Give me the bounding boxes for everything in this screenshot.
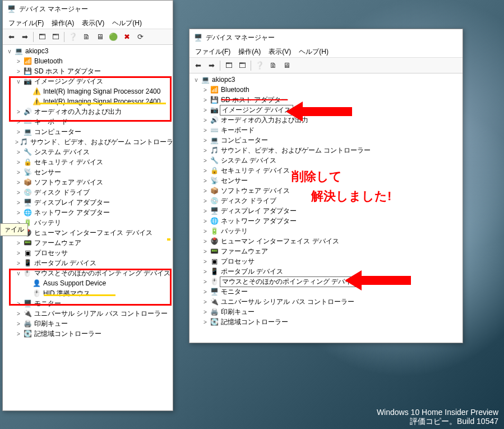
refresh-icon[interactable]: ⟳ (134, 31, 146, 43)
expand-icon[interactable]: > (202, 248, 209, 255)
expand-icon[interactable]: > (15, 260, 22, 266)
tree-item[interactable]: >🔋バッテリ (5, 218, 170, 228)
menu-view[interactable]: 表示(V) (78, 17, 108, 29)
tree-root[interactable]: v💻akiopc3 (192, 75, 460, 85)
menu-help[interactable]: ヘルプ(H) (295, 46, 332, 58)
expand-icon[interactable]: > (15, 240, 22, 246)
tree-item[interactable]: >📟ファームウェア (5, 238, 170, 248)
expand-icon[interactable]: > (15, 139, 19, 145)
enable-icon[interactable]: 🟢 (107, 31, 119, 43)
back-button[interactable]: ⬅ (192, 59, 204, 72)
tree-item[interactable]: 👤Asus Support Device (5, 278, 170, 288)
tree-item[interactable]: >🖲️ヒューマン インターフェイス デバイス (192, 236, 460, 246)
tree-item[interactable]: >📟ファームウェア (192, 246, 460, 256)
expand-icon[interactable]: > (202, 269, 209, 275)
uninstall-icon[interactable]: ✖ (121, 31, 133, 43)
expand-icon[interactable]: > (202, 168, 209, 174)
view-list-icon[interactable]: 🗔 (49, 31, 62, 43)
scan-icon[interactable]: 🖥 (280, 59, 293, 72)
expand-icon[interactable]: > (202, 107, 209, 113)
tree-item[interactable]: >🖨️印刷キュー (5, 319, 170, 329)
expand-icon[interactable]: > (202, 228, 209, 234)
expand-icon[interactable]: > (202, 319, 209, 325)
expand-icon[interactable]: > (15, 321, 22, 327)
expand-icon[interactable]: > (15, 179, 22, 186)
expand-icon[interactable]: > (15, 119, 22, 125)
forward-button[interactable]: ➡ (19, 31, 31, 43)
tree-item[interactable]: >📡センサー (5, 167, 170, 177)
expand-icon[interactable]: > (15, 301, 22, 307)
expand-icon[interactable]: > (15, 210, 22, 216)
tree-item[interactable]: >📱ポータブル デバイス (5, 258, 170, 268)
forward-button[interactable]: ➡ (205, 59, 218, 72)
tree-item[interactable]: >💽記憶域コントローラー (5, 329, 170, 339)
tree-item[interactable]: >🖨️印刷キュー (192, 307, 460, 317)
tree-item[interactable]: >📱ポータブル デバイス (192, 266, 460, 276)
expand-icon[interactable]: > (202, 178, 209, 184)
expand-icon[interactable]: > (202, 127, 209, 133)
expand-icon[interactable]: > (15, 169, 22, 176)
tree-item[interactable]: >🔒セキュリティ デバイス (5, 157, 170, 167)
back-button[interactable]: ⬅ (5, 31, 17, 43)
expand-icon[interactable]: > (15, 311, 22, 317)
properties-icon[interactable]: 🗎 (80, 31, 93, 43)
expand-icon[interactable]: > (202, 238, 209, 245)
expand-icon[interactable]: > (202, 97, 209, 103)
tree-item[interactable]: 🖱️HID 準拠マウス (5, 288, 170, 298)
tree-item[interactable]: >💻コンピューター (5, 127, 170, 137)
tree-item[interactable]: ⚠️Intel(R) Imaging Signal Processor 2400 (5, 96, 170, 107)
expand-icon[interactable]: > (15, 190, 22, 196)
tree-item[interactable]: >🔌ユニバーサル シリアル バス コントローラー (5, 308, 170, 319)
tree-item[interactable]: >⌨️キーボード (192, 125, 460, 135)
expand-icon[interactable]: > (202, 279, 209, 285)
tree-item[interactable]: >🖥️モニター (192, 287, 460, 297)
expand-icon[interactable]: > (202, 309, 209, 315)
tree-item[interactable]: >⌨️キーボード (5, 117, 170, 127)
help-icon[interactable]: ❔ (67, 31, 79, 43)
tree-item[interactable]: >🔊オーディオの入力および出力 (5, 107, 170, 117)
expand-icon[interactable]: > (15, 200, 22, 206)
tree-item[interactable]: >▣プロセッサ (5, 248, 170, 258)
tree-item[interactable]: >🌐ネットワーク アダプター (192, 216, 460, 226)
expand-icon[interactable]: > (15, 331, 22, 337)
expand-icon[interactable]: > (202, 137, 209, 144)
tree-item[interactable]: >🖥️ディスプレイ アダプター (192, 206, 460, 216)
expand-icon[interactable]: > (202, 117, 209, 123)
tree-item[interactable]: >💻コンピューター (192, 135, 460, 145)
tree-item[interactable]: >📶Bluetooth (192, 85, 460, 95)
expand-icon[interactable]: > (15, 68, 22, 75)
device-tree[interactable]: v💻akiopc3 >📶Bluetooth>💾SD ホスト アダプターv📷イメー… (3, 45, 173, 410)
expand-icon[interactable]: v (15, 270, 22, 276)
tree-item[interactable]: >💿ディスク ドライブ (5, 187, 170, 197)
tree-item[interactable]: v📷イメージング デバイス (5, 76, 170, 86)
titlebar[interactable]: 🖥️ デバイス マネージャー (3, 1, 173, 17)
tree-item[interactable]: >▣プロセッサ (192, 256, 460, 266)
expand-icon[interactable]: > (202, 188, 209, 194)
expand-icon[interactable]: > (202, 208, 209, 214)
view-detail-icon[interactable]: 🗔 (36, 31, 48, 43)
menu-action[interactable]: 操作(A) (235, 46, 264, 58)
tree-item[interactable]: >💽記憶域コントローラー (192, 317, 460, 327)
menu-view[interactable]: 表示(V) (265, 46, 294, 58)
tree-item[interactable]: >🔧システム デバイス (192, 155, 460, 165)
expand-icon[interactable]: > (15, 250, 22, 256)
expand-icon[interactable]: > (202, 218, 209, 224)
tree-item[interactable]: >📶Bluetooth (5, 56, 170, 66)
expand-icon[interactable]: > (202, 198, 209, 204)
tree-item[interactable]: >🔧システム デバイス (5, 147, 170, 157)
menu-help[interactable]: ヘルプ(H) (109, 17, 145, 29)
expand-icon[interactable]: > (15, 159, 22, 165)
tree-item[interactable]: >🖥️ディスプレイ アダプター (5, 197, 170, 207)
menu-action[interactable]: 操作(A) (48, 17, 77, 29)
expand-icon[interactable]: > (15, 149, 22, 155)
menu-file[interactable]: ファイル(F) (192, 46, 234, 58)
menu-file[interactable]: ファイル(F) (5, 17, 47, 29)
tree-item[interactable]: >🖥️モニター (5, 298, 170, 308)
help-icon[interactable]: ❔ (253, 59, 266, 72)
tree-item[interactable]: >🎵サウンド、ビデオ、およびゲーム コントローラー (5, 137, 170, 147)
expand-icon[interactable]: > (15, 58, 22, 64)
tree-item[interactable]: >📦ソフトウェア デバイス (5, 177, 170, 187)
tree-item[interactable]: >🖲️ヒューマン インターフェイス デバイス (5, 228, 170, 238)
properties-icon[interactable]: 🗎 (267, 59, 279, 72)
view-detail-icon[interactable]: 🗔 (223, 59, 235, 72)
